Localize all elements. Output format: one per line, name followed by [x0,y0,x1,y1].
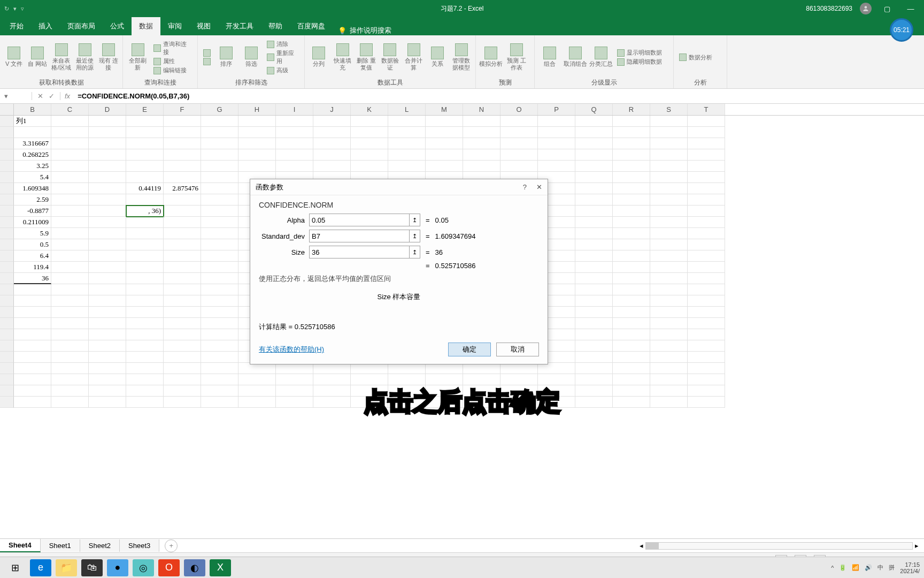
cell[interactable]: 3.25 [14,161,51,172]
cell[interactable] [164,318,201,329]
col-header[interactable]: T [688,104,725,115]
cell[interactable] [201,374,238,385]
cell[interactable] [575,374,613,385]
cell[interactable] [351,161,388,172]
cell[interactable] [688,228,725,239]
wifi-icon[interactable]: 📶 [852,564,859,571]
cell[interactable] [89,397,126,408]
cell[interactable] [164,116,201,127]
col-header[interactable]: D [89,104,126,115]
cell[interactable] [650,183,688,194]
cell[interactable] [688,273,725,284]
cell[interactable] [613,206,650,217]
cell[interactable] [538,138,575,149]
cell[interactable] [51,374,89,385]
advanced-item[interactable]: 高级 [267,66,299,74]
cell[interactable] [89,250,126,262]
cell[interactable] [426,363,463,374]
cell[interactable] [51,206,89,217]
cell[interactable] [164,340,201,352]
cell[interactable] [426,116,463,127]
cell[interactable] [126,127,164,138]
excel-icon[interactable]: X [210,559,231,576]
col-header[interactable]: J [313,104,351,115]
cell[interactable] [650,239,688,250]
cell[interactable] [238,138,276,149]
cell[interactable] [613,329,650,340]
cell[interactable] [650,363,688,374]
cell[interactable] [201,172,238,183]
cell[interactable] [164,295,201,307]
cell[interactable] [164,284,201,295]
cell[interactable] [650,161,688,172]
reapply-item[interactable]: 重新应用 [267,49,299,65]
cell[interactable] [201,183,238,194]
cell[interactable] [351,116,388,127]
cell[interactable] [650,307,688,318]
cell[interactable] [613,149,650,161]
cell[interactable] [688,206,725,217]
cell[interactable] [650,138,688,149]
cell[interactable] [613,127,650,138]
cell[interactable] [164,127,201,138]
filter-button[interactable]: 筛选 [240,37,263,77]
app-icon[interactable]: ● [107,559,128,576]
cell[interactable] [650,273,688,284]
cell[interactable] [613,385,650,397]
sheet-tab[interactable]: Sheet4 [0,539,41,552]
cell[interactable] [463,161,500,172]
cell[interactable] [538,161,575,172]
cell[interactable] [164,363,201,374]
cell[interactable] [201,194,238,206]
sort-button[interactable]: 排序 [215,37,238,77]
cell[interactable] [126,250,164,262]
cell[interactable] [164,262,201,273]
cell[interactable] [613,183,650,194]
minimize-button[interactable]: — [903,5,919,13]
cell[interactable] [688,183,725,194]
cell[interactable] [650,172,688,183]
col-header[interactable]: M [426,104,463,115]
cell[interactable] [201,138,238,149]
cell[interactable] [89,172,126,183]
cell[interactable] [51,250,89,262]
cell[interactable] [650,194,688,206]
col-header[interactable]: P [538,104,575,115]
col-header[interactable]: K [351,104,388,115]
cell[interactable] [688,363,725,374]
cell[interactable] [51,127,89,138]
cell[interactable] [575,295,613,307]
cell[interactable] [126,262,164,273]
cell[interactable] [238,161,276,172]
cell[interactable] [650,352,688,363]
function-help-link[interactable]: 有关该函数的帮助(H) [259,345,324,354]
cell[interactable] [613,284,650,295]
cell[interactable] [14,284,51,295]
qat-more-icon[interactable]: ▿ [21,5,24,12]
cell[interactable] [89,340,126,352]
cell[interactable] [276,116,313,127]
cell[interactable] [351,127,388,138]
cell[interactable] [89,284,126,295]
volume-icon[interactable]: 🔊 [865,564,872,571]
ok-button[interactable]: 确定 [448,343,491,356]
cell[interactable] [613,250,650,262]
cell[interactable] [89,262,126,273]
cell[interactable] [89,385,126,397]
tab-view[interactable]: 视图 [189,17,218,35]
app-icon[interactable]: ◎ [133,559,154,576]
cell[interactable] [575,127,613,138]
cell[interactable] [650,385,688,397]
cell[interactable] [575,217,613,228]
cell[interactable] [538,127,575,138]
cell[interactable] [201,363,238,374]
cell[interactable] [575,194,613,206]
cell[interactable] [89,149,126,161]
cell[interactable] [575,284,613,295]
cell[interactable] [313,127,351,138]
cell[interactable] [426,149,463,161]
cell[interactable]: 6.4 [14,250,51,262]
enter-formula-icon[interactable]: ✓ [49,92,55,100]
cell[interactable] [351,138,388,149]
edit-links-item[interactable]: 编辑链接 [153,66,192,74]
